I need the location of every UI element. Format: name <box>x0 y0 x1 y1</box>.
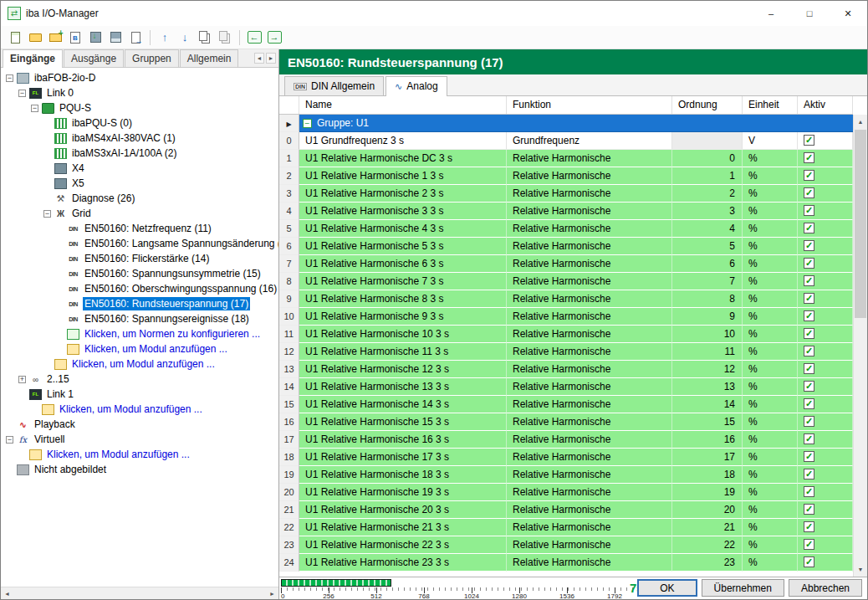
cell-name[interactable]: U1 Relative Harmonische 18 3 s <box>299 466 507 484</box>
table-row[interactable]: 2U1 Relative Harmonische 1 3 sRelative H… <box>279 167 853 185</box>
row-number[interactable]: 12 <box>279 343 299 361</box>
table-row[interactable]: 3U1 Relative Harmonische 2 3 sRelative H… <box>279 185 853 203</box>
cell-ordnung[interactable]: 9 <box>672 308 743 326</box>
cell-name[interactable]: U1 Relative Harmonische 17 3 s <box>299 449 507 466</box>
cell-ordnung[interactable]: 20 <box>672 501 743 519</box>
tab-scroll-right-icon[interactable] <box>266 53 276 64</box>
cell-aktiv[interactable] <box>798 343 853 361</box>
scroll-up-icon[interactable]: ▲ <box>854 115 867 129</box>
cell-ordnung[interactable]: 14 <box>672 396 743 413</box>
cell-aktiv[interactable] <box>798 238 853 255</box>
tree-item[interactable]: DINEN50160: Langsame Spannungsänderung (… <box>1 236 278 251</box>
cell-ordnung[interactable]: 0 <box>672 150 743 167</box>
scroll-left-icon[interactable] <box>1 587 13 599</box>
row-number[interactable]: 22 <box>279 519 299 536</box>
cell-ordnung[interactable]: 11 <box>672 343 743 361</box>
table-row[interactable]: 23U1 Relative Harmonische 22 3 sRelative… <box>279 536 853 554</box>
row-number[interactable]: 4 <box>279 203 299 220</box>
cell-aktiv[interactable] <box>798 185 853 203</box>
cell-einheit[interactable]: % <box>743 343 798 361</box>
cell-einheit[interactable]: % <box>743 203 798 220</box>
apply-button[interactable]: Übernehmen <box>702 579 784 597</box>
row-number[interactable]: 20 <box>279 484 299 501</box>
table-row[interactable]: 13U1 Relative Harmonische 12 3 sRelative… <box>279 361 853 378</box>
cell-einheit[interactable]: % <box>743 150 798 167</box>
table-vertical-scrollbar[interactable]: ▲ ▼ <box>853 115 867 577</box>
scroll-down-icon[interactable]: ▼ <box>854 562 867 577</box>
cell-ordnung[interactable]: 22 <box>672 536 743 554</box>
cell-ordnung[interactable]: 8 <box>672 290 743 308</box>
tree-item[interactable]: DINEN50160: Rundsteuerspannung (17) <box>1 296 278 311</box>
cell-einheit[interactable]: % <box>743 536 798 554</box>
tree-item[interactable]: −FLLink 0 <box>1 85 278 100</box>
tab-allgemein[interactable]: Allgemein <box>180 49 239 67</box>
collapse-group-icon[interactable]: − <box>303 119 312 128</box>
row-number[interactable]: 14 <box>279 378 299 396</box>
cell-funktion[interactable]: Relative Harmonische <box>507 203 672 220</box>
row-number[interactable]: 21 <box>279 501 299 519</box>
cell-funktion[interactable]: Relative Harmonische <box>507 431 672 449</box>
table-row[interactable]: 7U1 Relative Harmonische 6 3 sRelative H… <box>279 255 853 273</box>
table-row[interactable]: 20U1 Relative Harmonische 19 3 sRelative… <box>279 484 853 501</box>
new-config-button[interactable] <box>6 28 24 47</box>
group-row[interactable]: −Gruppe: U1 <box>279 115 853 132</box>
cell-funktion[interactable]: Relative Harmonische <box>507 519 672 536</box>
cell-ordnung[interactable]: 15 <box>672 413 743 431</box>
cell-name[interactable]: U1 Relative Harmonische 12 3 s <box>299 361 507 378</box>
cell-name[interactable]: U1 Relative Harmonische DC 3 s <box>299 150 507 167</box>
row-number[interactable]: 7 <box>279 255 299 273</box>
table-row[interactable]: 14U1 Relative Harmonische 13 3 sRelative… <box>279 378 853 396</box>
aktiv-checkbox[interactable] <box>804 223 814 233</box>
tree-item[interactable]: −fxVirtuell <box>1 432 278 447</box>
tree-item[interactable]: ⚒Diagnose (26) <box>1 191 278 206</box>
cell-ordnung[interactable]: 17 <box>672 449 743 466</box>
table-row[interactable]: 19U1 Relative Harmonische 18 3 sRelative… <box>279 466 853 484</box>
tab-din-allgemein[interactable]: DIN DIN Allgemein <box>284 76 384 95</box>
save-import-button[interactable] <box>86 28 105 47</box>
cell-name[interactable]: U1 Relative Harmonische 22 3 s <box>299 536 507 554</box>
cell-funktion[interactable]: Relative Harmonische <box>507 449 672 466</box>
minimize-button[interactable]: – <box>752 1 790 26</box>
cell-name[interactable]: U1 Relative Harmonische 15 3 s <box>299 413 507 431</box>
tree-horizontal-scrollbar[interactable] <box>1 587 278 599</box>
cell-name[interactable]: U1 Relative Harmonische 21 3 s <box>299 519 507 536</box>
cell-ordnung[interactable]: 16 <box>672 431 743 449</box>
aktiv-checkbox[interactable] <box>804 469 814 479</box>
row-number[interactable]: 24 <box>279 554 299 572</box>
cell-ordnung[interactable]: 10 <box>672 326 743 343</box>
cell-ordnung[interactable]: 3 <box>672 203 743 220</box>
cell-aktiv[interactable] <box>798 273 853 290</box>
cell-name[interactable]: U1 Relative Harmonische 5 3 s <box>299 238 507 255</box>
cell-name[interactable]: U1 Relative Harmonische 7 3 s <box>299 273 507 290</box>
cell-aktiv[interactable] <box>798 220 853 238</box>
cell-funktion[interactable]: Relative Harmonische <box>507 501 672 519</box>
tree-item[interactable]: ibaPQU-S (0) <box>1 115 278 131</box>
close-button[interactable]: ✕ <box>829 1 867 26</box>
cell-name[interactable]: U1 Grundfrequenz 3 s <box>299 132 507 150</box>
row-number[interactable]: 19 <box>279 466 299 484</box>
aktiv-checkbox[interactable] <box>804 240 814 251</box>
cell-aktiv[interactable] <box>798 554 853 572</box>
aktiv-checkbox[interactable] <box>804 293 814 304</box>
cell-funktion[interactable]: Relative Harmonische <box>507 396 672 413</box>
cell-name[interactable]: U1 Relative Harmonische 16 3 s <box>299 431 507 449</box>
move-down-button[interactable]: ↓ <box>176 28 194 47</box>
cell-name[interactable]: U1 Relative Harmonische 3 3 s <box>299 203 507 220</box>
cell-funktion[interactable]: Relative Harmonische <box>507 466 672 484</box>
row-number[interactable]: 18 <box>279 449 299 466</box>
cell-aktiv[interactable] <box>798 255 853 273</box>
tree-item[interactable]: ibaMS4xAI-380VAC (1) <box>1 131 278 146</box>
tab-eingaenge[interactable]: Eingänge <box>3 49 63 68</box>
aktiv-checkbox[interactable] <box>804 363 814 374</box>
collapse-icon[interactable]: − <box>43 210 51 218</box>
cell-funktion[interactable]: Relative Harmonische <box>507 413 672 431</box>
expand-icon[interactable]: + <box>18 376 26 383</box>
header-aktiv[interactable]: Aktiv <box>798 96 853 114</box>
cell-funktion[interactable]: Relative Harmonische <box>507 167 672 185</box>
tree-item[interactable]: Klicken, um Modul anzufügen ... <box>1 356 278 372</box>
row-number[interactable]: 17 <box>279 431 299 449</box>
aktiv-checkbox[interactable] <box>804 135 814 146</box>
cell-ordnung[interactable]: 5 <box>672 238 743 255</box>
row-number[interactable]: 13 <box>279 361 299 378</box>
cell-funktion[interactable]: Relative Harmonische <box>507 326 672 343</box>
